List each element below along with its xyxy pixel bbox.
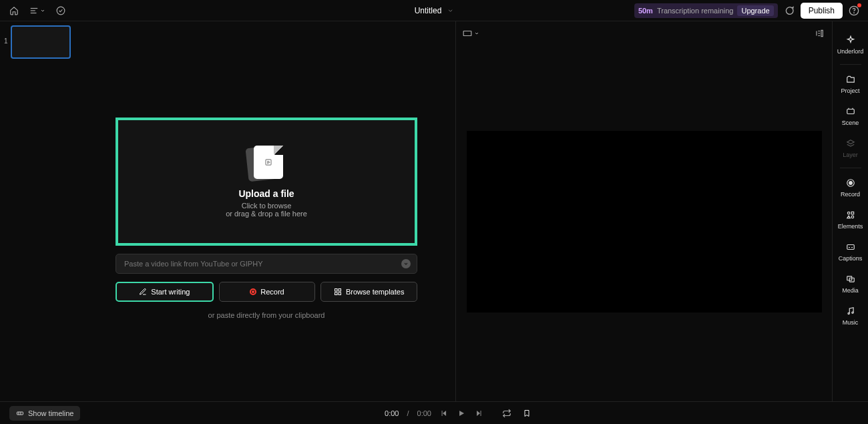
clipboard-hint: or paste directly from your clipboard (97, 311, 435, 319)
sidebar-label: Scene (842, 120, 859, 126)
sidebar-label: Captions (839, 255, 863, 262)
upload-dropzone[interactable]: Upload a file Click to browse or drag & … (116, 118, 417, 246)
record-icon (250, 288, 256, 295)
upgrade-button[interactable]: Upgrade (737, 5, 773, 16)
home-icon[interactable] (8, 5, 20, 17)
upload-subtitle-2: or drag & drop a file here (226, 210, 307, 218)
layer-icon (845, 138, 856, 149)
start-writing-button[interactable]: Start writing (116, 282, 214, 302)
svg-point-31 (851, 312, 853, 313)
skip-forward-icon[interactable] (474, 409, 483, 418)
time-total: 0:00 (417, 409, 431, 417)
svg-rect-8 (339, 289, 341, 292)
scene-thumbnail[interactable] (11, 25, 71, 59)
svg-rect-7 (335, 289, 337, 292)
aspect-ratio-button[interactable] (463, 27, 479, 39)
elements-icon (845, 210, 856, 220)
transcription-label: Transcription remaining (657, 7, 734, 15)
svg-rect-10 (339, 292, 341, 295)
svg-marker-37 (459, 411, 464, 416)
chevron-down-icon[interactable] (447, 7, 453, 14)
sidebar-item-underlord[interactable]: Underlord (833, 29, 868, 60)
scene-icon (845, 106, 856, 117)
project-title[interactable]: Untitled (415, 6, 442, 15)
preview-panel (455, 21, 832, 401)
link-input-clear-icon[interactable] (401, 259, 411, 268)
menu-button[interactable] (29, 5, 45, 17)
sidebar-item-scene[interactable]: Scene (833, 101, 868, 132)
time-separator: / (407, 409, 409, 417)
browse-templates-label: Browse templates (346, 288, 404, 296)
media-icon (845, 274, 856, 284)
sidebar-item-media[interactable]: Media (833, 268, 868, 299)
sidebar-item-elements[interactable]: Elements (833, 204, 868, 235)
svg-point-3 (57, 7, 65, 15)
svg-point-5 (854, 13, 855, 13)
folder-icon (845, 74, 856, 85)
bookmark-icon[interactable] (521, 407, 533, 419)
svg-marker-38 (477, 411, 480, 416)
sidebar-label: Layer (843, 152, 858, 158)
preview-canvas[interactable] (467, 131, 822, 312)
bottom-bar: Show timeline 0:00 / 0:00 (0, 401, 868, 424)
help-icon[interactable] (848, 5, 860, 17)
check-icon[interactable] (55, 5, 67, 17)
file-icon (247, 146, 286, 179)
play-icon[interactable] (457, 409, 466, 418)
svg-rect-9 (335, 292, 337, 295)
svg-rect-32 (17, 412, 23, 415)
svg-point-23 (847, 212, 850, 214)
skip-back-icon[interactable] (439, 409, 449, 418)
record-label: Record (260, 288, 284, 296)
start-writing-label: Start writing (151, 288, 190, 296)
svg-point-22 (849, 182, 852, 185)
sidebar-label: Elements (838, 223, 863, 230)
svg-marker-35 (443, 411, 446, 416)
captions-icon (845, 242, 856, 252)
sidebar-item-record[interactable]: Record (833, 172, 868, 203)
upload-subtitle-1: Click to browse (242, 202, 292, 210)
svg-rect-27 (847, 245, 854, 250)
scenes-panel: 1 (0, 21, 77, 401)
video-link-input[interactable] (116, 254, 417, 274)
time-current: 0:00 (385, 409, 399, 417)
layout-toggle-icon[interactable] (813, 27, 825, 39)
sidebar-item-project[interactable]: Project (833, 69, 868, 99)
upload-title: Upload a file (238, 188, 294, 199)
svg-marker-25 (847, 216, 850, 218)
sidebar-label: Underlord (837, 48, 864, 55)
sparkle-icon (845, 35, 856, 45)
publish-button[interactable]: Publish (801, 3, 843, 19)
sidebar-item-layer[interactable]: Layer (833, 133, 868, 164)
notification-dot (857, 3, 861, 7)
record-button[interactable]: Record (219, 282, 316, 302)
show-timeline-button[interactable]: Show timeline (9, 406, 80, 421)
right-sidebar: Underlord Project Scene Layer Reco (832, 21, 868, 401)
top-bar: Untitled 50m Transcription remaining Upg… (0, 0, 868, 21)
scene-item[interactable]: 1 (4, 25, 73, 59)
svg-rect-11 (463, 31, 471, 36)
svg-rect-36 (441, 411, 442, 416)
music-icon (845, 306, 856, 316)
svg-rect-39 (480, 411, 481, 416)
sidebar-label: Media (842, 287, 859, 294)
loop-icon[interactable] (501, 407, 513, 419)
transport-controls: 0:00 / 0:00 (385, 409, 483, 418)
sidebar-label: Music (843, 319, 859, 326)
svg-rect-16 (821, 30, 823, 36)
browse-templates-button[interactable]: Browse templates (320, 282, 417, 302)
sidebar-label: Project (841, 87, 859, 94)
record-circle-icon (845, 178, 856, 188)
sidebar-item-captions[interactable]: Captions (833, 236, 868, 267)
svg-rect-24 (851, 212, 854, 214)
sidebar-item-music[interactable]: Music (833, 300, 868, 331)
scene-number: 1 (4, 37, 8, 45)
svg-rect-17 (847, 110, 854, 114)
transcription-pill: 50m Transcription remaining Upgrade (634, 3, 778, 18)
svg-marker-20 (847, 140, 854, 144)
svg-point-26 (851, 216, 854, 218)
comment-icon[interactable] (783, 5, 795, 17)
editor-panel: Upload a file Click to browse or drag & … (77, 21, 455, 401)
sidebar-label: Record (841, 191, 860, 198)
transcription-time: 50m (638, 7, 653, 15)
